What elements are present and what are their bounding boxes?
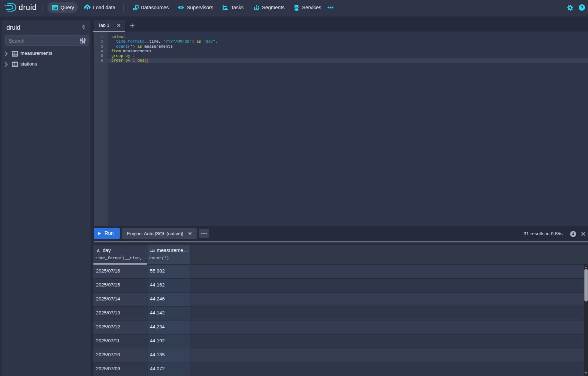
svg-text:?: ? — [580, 5, 583, 10]
